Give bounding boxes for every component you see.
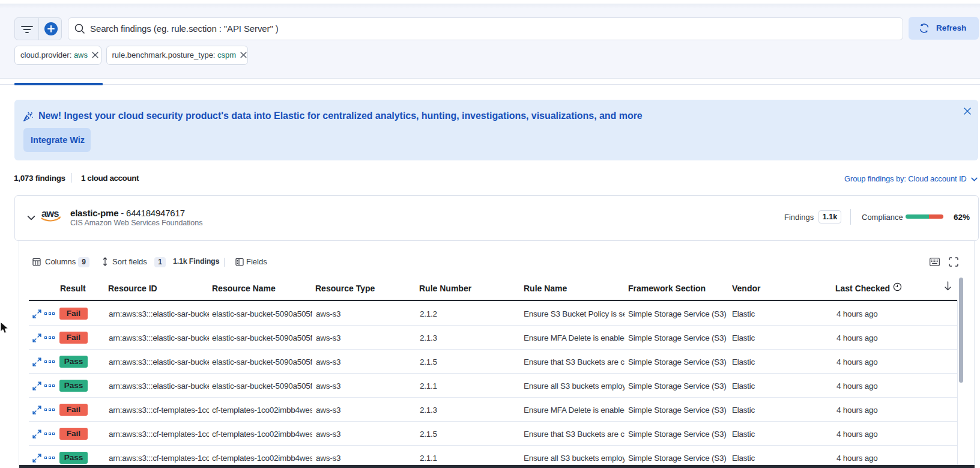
svg-text:aws: aws <box>41 208 59 219</box>
